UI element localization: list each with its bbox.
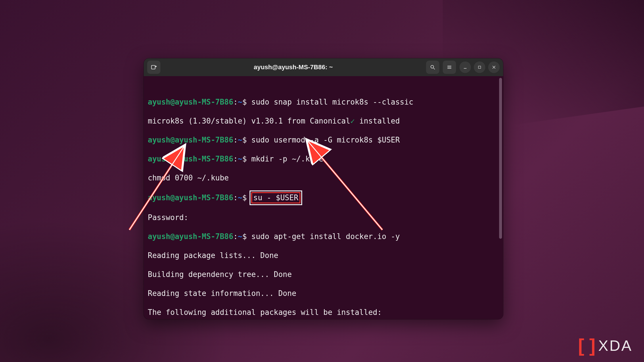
xda-watermark: [ ] XDA	[578, 335, 632, 356]
new-tab-button[interactable]	[147, 61, 160, 74]
menu-button[interactable]	[443, 61, 456, 74]
terminal-window: ayush@ayush-MS-7B86: ~ ayush@ay	[144, 58, 503, 319]
svg-rect-9	[478, 66, 481, 68]
maximize-icon	[478, 65, 482, 69]
terminal-output[interactable]: ayush@ayush-MS-7B86:~$ sudo snap install…	[144, 76, 503, 319]
check-icon: ✓	[350, 117, 355, 125]
output: Password:	[148, 213, 499, 222]
prompt-path: ~	[238, 98, 242, 106]
minimize-icon	[463, 65, 467, 70]
prompt-user: ayush@ayush-MS-7B86	[148, 98, 233, 106]
command-3: mkdir -p ~/.kube	[251, 155, 323, 163]
command-2: sudo usermod -a -G microk8s $USER	[251, 136, 400, 144]
maximize-button[interactable]	[474, 61, 485, 73]
output: Reading state information... Done	[148, 289, 499, 298]
search-icon	[430, 64, 436, 70]
output: microk8s (1.30/stable) v1.30.1 from Cano…	[148, 117, 350, 125]
svg-line-4	[434, 68, 435, 70]
window-title: ayush@ayush-MS-7B86: ~	[163, 63, 424, 71]
close-button[interactable]	[488, 61, 500, 73]
svg-rect-0	[152, 66, 155, 69]
output: chmod 0700 ~/.kube	[148, 173, 499, 183]
command-5: sudo apt-get install docker.io -y	[251, 232, 400, 241]
output: Building dependency tree... Done	[148, 270, 499, 279]
titlebar: ayush@ayush-MS-7B86: ~	[144, 58, 503, 76]
bracket-icon: [ ]	[578, 335, 595, 356]
search-button[interactable]	[426, 61, 439, 74]
close-icon	[492, 65, 496, 70]
scrollbar[interactable]	[499, 78, 502, 239]
command-1: sudo snap install microk8s --classic	[251, 98, 413, 106]
output: The following additional packages will b…	[148, 308, 499, 317]
output: Reading package lists... Done	[148, 251, 499, 260]
svg-point-3	[431, 65, 434, 68]
hamburger-icon	[446, 64, 452, 70]
highlighted-command: su - $USER	[251, 192, 300, 203]
minimize-button[interactable]	[459, 61, 471, 73]
